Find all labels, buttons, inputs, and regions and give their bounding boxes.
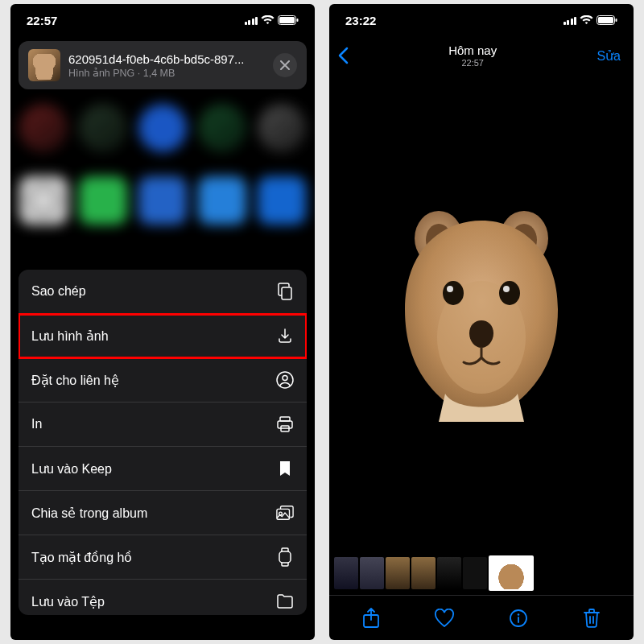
action-label: Lưu vào Tệp (31, 594, 105, 609)
status-time: 23:22 (345, 14, 376, 27)
nav-title-text: Hôm nay (448, 43, 497, 57)
thumb-item-selected[interactable] (489, 555, 534, 591)
svg-rect-14 (616, 19, 617, 22)
action-label: Lưu vào Keep (31, 461, 112, 477)
thumb-item[interactable] (334, 557, 358, 589)
app-mail[interactable] (138, 176, 187, 225)
svg-rect-3 (282, 287, 291, 299)
nav-title: Hôm nay 22:57 (448, 43, 497, 68)
share-targets-blurred (10, 97, 315, 266)
status-bar: 23:22 (329, 4, 634, 36)
phone-share-sheet: 22:57 620951d4-f0eb-4c6b-bd5c-897... Hìn… (10, 4, 315, 640)
status-bar: 22:57 (10, 4, 315, 36)
back-button[interactable] (337, 47, 349, 64)
action-create-watchface[interactable]: Tạo mặt đồng hồ (19, 535, 307, 580)
action-label: Chia sẻ trong album (31, 506, 147, 521)
folder-icon (276, 592, 294, 610)
contact-icon (276, 371, 294, 389)
favorite-button[interactable] (433, 607, 456, 630)
action-shared-album[interactable]: Chia sẻ trong album (19, 491, 307, 535)
contact-avatar[interactable] (19, 104, 68, 152)
app-messenger[interactable] (198, 176, 246, 225)
share-button[interactable] (360, 607, 382, 630)
heart-icon (434, 609, 455, 628)
battery-icon (597, 15, 617, 25)
nav-subtitle: 22:57 (448, 58, 497, 68)
app-facebook[interactable] (258, 176, 306, 225)
svg-rect-2 (297, 19, 299, 22)
photo-content (389, 204, 574, 422)
svg-point-20 (443, 281, 464, 305)
cellular-icon (245, 15, 258, 25)
svg-point-21 (499, 281, 520, 305)
thumb-item[interactable] (360, 557, 384, 589)
svg-rect-7 (278, 421, 292, 428)
photo-viewer[interactable] (329, 72, 634, 555)
contact-avatar[interactable] (138, 104, 187, 152)
nav-bar: Hôm nay 22:57 Sửa (329, 36, 634, 72)
info-icon (509, 609, 528, 628)
thumb-item[interactable] (386, 557, 410, 589)
edit-button[interactable]: Sửa (597, 48, 621, 64)
app-messages[interactable] (79, 176, 127, 225)
watch-icon (276, 548, 294, 566)
action-save-image[interactable]: Lưu hình ảnh (19, 314, 307, 358)
share-icon (362, 608, 380, 629)
info-button[interactable] (507, 607, 530, 630)
cellular-icon (564, 15, 577, 25)
battery-icon (278, 15, 299, 25)
print-icon (276, 415, 294, 433)
thumb-item[interactable] (463, 557, 487, 589)
delete-button[interactable] (580, 607, 603, 630)
file-thumbnail (28, 49, 60, 81)
phone-photos-viewer: 23:22 Hôm nay 22:57 Sửa (329, 4, 634, 640)
copy-icon (276, 283, 294, 300)
action-save-keep[interactable]: Lưu vào Keep (19, 447, 307, 491)
status-indicators (245, 15, 299, 25)
action-label: Sao chép (31, 284, 86, 299)
download-icon (276, 327, 294, 345)
action-save-files[interactable]: Lưu vào Tệp (19, 580, 307, 615)
status-time: 22:57 (27, 14, 57, 27)
file-info: 620951d4-f0eb-4c6b-bd5c-897... Hình ảnh … (68, 52, 265, 79)
contact-avatar[interactable] (258, 104, 306, 152)
svg-rect-13 (598, 17, 613, 23)
trash-icon (583, 608, 601, 629)
chevron-left-icon (337, 47, 349, 64)
action-assign-contact[interactable]: Đặt cho liên hệ (19, 358, 307, 402)
svg-point-22 (447, 286, 453, 292)
contact-avatar[interactable] (198, 104, 246, 152)
file-name: 620951d4-f0eb-4c6b-bd5c-897... (68, 52, 265, 66)
action-label: Đặt cho liên hệ (31, 373, 119, 388)
app-airdrop[interactable] (19, 176, 68, 225)
svg-point-23 (503, 286, 510, 292)
wifi-icon (580, 15, 593, 25)
share-header: 620951d4-f0eb-4c6b-bd5c-897... Hình ảnh … (19, 41, 307, 89)
contact-avatar[interactable] (79, 104, 127, 152)
bookmark-icon (276, 460, 294, 477)
actions-list: Sao chép Lưu hình ảnh Đặt cho liên hệ In… (19, 270, 307, 615)
svg-rect-1 (279, 17, 295, 23)
svg-rect-11 (279, 551, 291, 563)
svg-point-26 (517, 613, 519, 616)
file-meta: Hình ảnh PNG · 1,4 MB (68, 67, 265, 79)
thumb-item[interactable] (437, 557, 461, 589)
svg-point-5 (283, 376, 287, 381)
action-label: Tạo mặt đồng hồ (31, 550, 132, 565)
close-button[interactable] (273, 53, 297, 77)
shared-album-icon (276, 504, 294, 522)
close-icon (280, 60, 290, 70)
thumbnail-strip[interactable] (329, 555, 634, 595)
action-label: Lưu hình ảnh (31, 328, 109, 344)
action-label: In (31, 417, 42, 431)
action-print[interactable]: In (19, 402, 307, 447)
thumb-item[interactable] (411, 557, 436, 589)
wifi-icon (261, 15, 275, 25)
status-indicators (564, 15, 618, 25)
action-copy[interactable]: Sao chép (19, 270, 307, 314)
bottom-toolbar (329, 595, 634, 640)
